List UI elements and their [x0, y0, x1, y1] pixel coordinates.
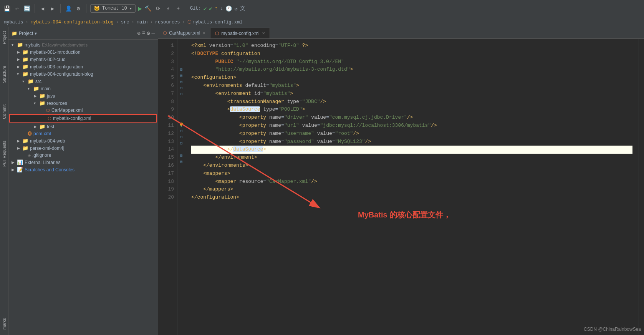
bc-mybatis[interactable]: mybatis	[4, 20, 23, 25]
code-line-5: <configuration>	[191, 74, 632, 82]
tree-mybatis-004-web[interactable]: ▶ 📁 mybatis-004-web	[8, 137, 158, 144]
folder-icon: 📁	[22, 56, 28, 62]
tree-item-label: mybatis-002-crud	[30, 57, 66, 62]
run-config-selector[interactable]: 🐱 Tomcat 10 ▾	[90, 4, 136, 13]
sync-icon[interactable]: 🔄	[23, 5, 31, 12]
tree-mybatis-003[interactable]: ▶ 📁 mybatis-003-configuration	[8, 63, 158, 70]
gutter-fold-15[interactable]: ⊟	[177, 128, 185, 134]
gutter-bulb-14[interactable]: 💡	[177, 122, 185, 128]
panel-settings-icon[interactable]: ⚙	[147, 30, 150, 36]
git-green-icon: ✔	[209, 5, 212, 12]
bc-resources[interactable]: resources	[155, 20, 180, 25]
tree-external-libs[interactable]: ▶ 📊 External Libraries	[8, 159, 158, 166]
xml-file-icon: ⬡	[46, 108, 50, 113]
bc-main[interactable]: main	[137, 20, 148, 25]
line-num-9: 9	[158, 106, 174, 114]
tree-test[interactable]: ▶ 📁 test	[8, 123, 158, 130]
panel-sort-icon[interactable]: ≡	[142, 30, 145, 36]
tree-src[interactable]: ▾ 📁 src	[8, 78, 158, 85]
panel-add-icon[interactable]: ⊕	[137, 30, 140, 36]
build-icon[interactable]: 🔨	[144, 5, 152, 12]
code-line-7: <environment id="mybatis">	[191, 90, 632, 98]
tree-mybatis-002[interactable]: ▶ 📁 mybatis-002-crud	[8, 56, 158, 63]
git-orange-icon: ↑	[215, 5, 218, 12]
panel-hide-icon[interactable]: —	[152, 30, 155, 36]
sidebar-icon-commit[interactable]: Commit	[1, 102, 7, 121]
add-config-icon[interactable]: +	[174, 5, 182, 12]
bc-project[interactable]: mybatis-004-configuration-blog	[31, 20, 114, 25]
tree-mybatis-root[interactable]: ▾ 📁 mybatis E:\Java\mybatis\mybatis	[8, 41, 158, 48]
save-icon[interactable]: 💾	[3, 5, 11, 12]
tree-scratches[interactable]: ▶ 📝 Scratches and Consoles	[8, 166, 158, 173]
git-translate-icon: 文	[240, 5, 245, 12]
back-icon[interactable]: ◀	[39, 5, 46, 12]
tree-java[interactable]: ▶ 📁 java	[8, 92, 158, 100]
line-num-2: 2	[158, 50, 174, 58]
git-revert-icon: ↺	[234, 5, 237, 12]
profile-icon[interactable]: 👤	[65, 5, 72, 12]
code-line-2: <!DOCTYPE configuration	[191, 50, 632, 58]
tree-resources[interactable]: ▾ 📁 resources	[8, 100, 158, 107]
tree-mybatis-001[interactable]: ▶ 📁 mybatis-001-introduction	[8, 48, 158, 56]
gutter-fold-16[interactable]: ⊟	[177, 134, 185, 140]
code-content[interactable]: <?xml version="1.0" encoding="UTF-8" ?> …	[185, 39, 639, 335]
expand-arrow-icon: ▶	[17, 139, 22, 143]
weave-icon[interactable]: ⚙	[74, 5, 82, 12]
xml-config-icon: ⬡	[48, 116, 51, 121]
gutter-fold-20[interactable]: ⊟	[177, 159, 185, 165]
dropdown-arrow-icon: ▾	[129, 6, 132, 12]
forward-icon[interactable]: ▶	[49, 5, 56, 12]
folder-icon: 📁	[22, 71, 28, 77]
folder-icon: 📁	[17, 42, 23, 48]
tree-item-label: mybatis-001-introduction	[30, 50, 80, 55]
sidebar-icon-marks[interactable]: marks	[1, 316, 7, 332]
gutter-fold-19[interactable]: ⊟	[177, 153, 185, 159]
folder-icon: 📁	[22, 145, 28, 151]
gutter-fold-17[interactable]: ⊟	[177, 140, 185, 146]
code-line-10: <property name="driver" value="com.mysql…	[191, 114, 632, 122]
tree-mybatis-config[interactable]: ▶ ⬡ mybatis-config.xml	[9, 114, 157, 123]
tree-item-label: test	[47, 124, 54, 129]
folder-icon: 📁	[39, 124, 45, 129]
gutter-fold-5[interactable]: ⊟	[177, 66, 185, 73]
expand-arrow-icon: ▶	[17, 50, 22, 54]
tree-mybatis-004[interactable]: ▾ 📁 mybatis-004-configuration-blog	[8, 70, 158, 78]
bc-file[interactable]: ⬡ mybatis-config.xml	[187, 19, 243, 25]
tree-gitignore[interactable]: ▶ ◈ .gitignore	[8, 152, 158, 159]
bc-src[interactable]: src	[121, 20, 129, 25]
code-line-17: <mappers>	[191, 170, 632, 178]
tree-pom[interactable]: ▶ 🅜 pom.xml	[8, 130, 158, 137]
sidebar-icon-structure[interactable]: Structure	[1, 63, 7, 85]
code-line-15: </environment>	[191, 154, 632, 162]
run-button[interactable]: ▶	[138, 4, 142, 13]
title-bar: 💾 ↩ 🔄 ◀ ▶ 👤 ⚙ 🐱 Tomcat 10 ▾ ▶ 🔨 ⟳ ⚡ + Gi…	[0, 0, 644, 17]
run-debug-icon[interactable]: ⚡	[164, 5, 172, 12]
sidebar-icon-project[interactable]: Project	[1, 29, 7, 46]
gutter-fold-9[interactable]: ⊟	[177, 91, 185, 97]
gutter-fold-7[interactable]: ⊟	[177, 79, 185, 85]
sidebar-icon-pull[interactable]: Pull Requests	[1, 138, 7, 169]
tree-parse-xml[interactable]: ▶ 📁 parse-xml-dom4j	[8, 144, 158, 152]
tab-close-icon[interactable]: ✕	[262, 31, 265, 35]
gutter-fold-6[interactable]: ⊟	[177, 73, 185, 79]
line-num-16: 16	[158, 162, 174, 170]
line-num-5: 5	[158, 74, 174, 82]
tree-main[interactable]: ▾ 📁 main	[8, 85, 158, 92]
tree-item-label: CarMapper.xml	[51, 108, 83, 113]
project-panel-title: 📁 Project ▾	[12, 31, 37, 36]
folder-icon: 📁	[22, 138, 28, 144]
line-num-15: 15	[158, 154, 174, 162]
tab-label: mybatis-config.xml	[221, 31, 259, 36]
revert-icon[interactable]: ↩	[13, 5, 21, 12]
expand-arrow-icon: ▶	[34, 94, 39, 98]
tab-mybatis-config[interactable]: ⬡ mybatis-config.xml ✕	[210, 28, 270, 38]
tab-close-icon[interactable]: ✕	[202, 31, 205, 35]
dropdown-icon[interactable]: ▾	[35, 31, 37, 36]
tab-carmapper[interactable]: ⬡ CarMapper.xml ✕	[158, 28, 210, 38]
folder-icon: 📁	[39, 100, 45, 106]
reload-icon[interactable]: ⟳	[154, 5, 162, 12]
line-num-7: 7	[158, 90, 174, 98]
line-numbers: 1 2 3 4 5 6 7 8 9 10 11 12 13 14 15 16 1…	[158, 39, 177, 335]
tree-carmapper[interactable]: ▶ ⬡ CarMapper.xml	[8, 107, 158, 114]
gutter-fold-8[interactable]: ⊟	[177, 85, 185, 91]
